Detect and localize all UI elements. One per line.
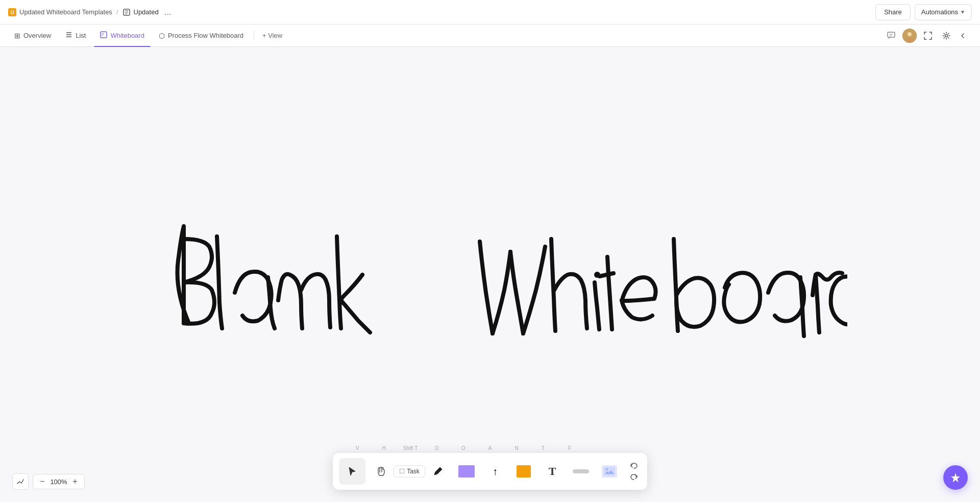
pen-icon xyxy=(432,466,444,477)
automations-button[interactable]: Automations ▼ xyxy=(915,4,972,20)
shape-tool-button[interactable] xyxy=(453,458,480,485)
svg-rect-12 xyxy=(888,32,895,37)
process-flow-icon: ⬡ xyxy=(159,32,165,40)
whiteboard-canvas[interactable] xyxy=(0,47,980,502)
header: U Updated Whiteboard Templates / Updated… xyxy=(0,0,980,25)
svg-point-17 xyxy=(906,38,913,42)
share-button[interactable]: Share xyxy=(875,4,911,20)
media-icon xyxy=(602,465,617,477)
line-tool-button[interactable] xyxy=(568,458,594,485)
task-pill: ☐ Task xyxy=(394,465,425,477)
list-icon xyxy=(65,31,72,40)
zoom-in-button[interactable]: + xyxy=(70,476,80,487)
fab-button[interactable] xyxy=(943,465,968,490)
arrow-tool-button[interactable]: ↑ xyxy=(482,458,508,485)
tab-bar: ⊞ Overview List Whiteboard ⬡ Process Flo… xyxy=(0,25,980,47)
view-icon xyxy=(122,8,131,16)
tab-whiteboard[interactable]: Whiteboard xyxy=(94,25,150,47)
header-actions: Share Automations ▼ xyxy=(875,4,972,20)
cursor-tool-button[interactable] xyxy=(339,458,365,485)
breadcrumb-project-name[interactable]: Updated Whiteboard Templates xyxy=(19,8,112,16)
hand-icon xyxy=(376,466,386,476)
svg-point-16 xyxy=(908,32,912,36)
tab-divider xyxy=(254,31,254,41)
breadcrumb-view-name[interactable]: Updated xyxy=(134,8,159,16)
expand-icon[interactable] xyxy=(958,29,972,43)
sticky-note-icon xyxy=(517,465,531,477)
tab-process-flow-label: Process Flow Whiteboard xyxy=(168,32,243,39)
tab-process-flow[interactable]: ⬡ Process Flow Whiteboard xyxy=(153,25,250,47)
tab-list-label: List xyxy=(76,32,86,39)
zoom-level-display: 100% xyxy=(50,478,68,486)
task-tool-button[interactable]: ☐ Task xyxy=(396,458,423,485)
tab-bar-right xyxy=(884,29,972,43)
tab-whiteboard-label: Whiteboard xyxy=(110,32,144,39)
hand-tool-button[interactable] xyxy=(368,458,394,485)
arrow-icon: ↑ xyxy=(489,465,501,477)
redo-button[interactable] xyxy=(627,472,641,482)
fullscreen-icon[interactable] xyxy=(921,29,935,43)
overview-icon: ⊞ xyxy=(14,32,20,40)
project-icon: U xyxy=(8,8,16,16)
automations-label: Automations xyxy=(921,8,958,16)
svg-point-21 xyxy=(606,468,608,470)
cursor-icon xyxy=(347,466,357,476)
sticky-tool-button[interactable] xyxy=(510,458,537,485)
text-tool-button[interactable]: T xyxy=(539,458,566,485)
tab-overview[interactable]: ⊞ Overview xyxy=(8,25,57,47)
more-options-button[interactable]: ... xyxy=(162,6,174,18)
svg-rect-9 xyxy=(101,32,107,38)
tab-list[interactable]: List xyxy=(59,25,92,47)
handwriting-svg xyxy=(133,134,847,390)
add-view-button[interactable]: + View xyxy=(258,32,286,39)
zoom-controls: − 100% + xyxy=(33,474,85,489)
settings-icon[interactable] xyxy=(939,29,953,43)
task-check-icon: ☐ xyxy=(399,468,405,475)
svg-text:U: U xyxy=(10,10,14,15)
tab-overview-label: Overview xyxy=(23,32,51,39)
whiteboard-icon xyxy=(100,31,107,40)
add-view-label: + View xyxy=(262,32,282,39)
breadcrumb: U Updated Whiteboard Templates / Updated… xyxy=(8,6,174,18)
svg-point-18 xyxy=(945,34,948,37)
task-label: Task xyxy=(407,468,420,475)
undo-button[interactable] xyxy=(627,461,641,471)
bottom-left-controls: − 100% + xyxy=(12,473,85,490)
comment-icon[interactable] xyxy=(884,29,898,43)
automations-chevron-icon: ▼ xyxy=(960,9,965,15)
text-icon: T xyxy=(549,465,556,478)
media-tool-button[interactable] xyxy=(596,458,623,485)
breadcrumb-separator: / xyxy=(116,8,118,16)
svg-rect-20 xyxy=(604,467,615,476)
pen-tool-button[interactable] xyxy=(425,458,451,485)
user-avatar xyxy=(902,29,917,43)
bottom-toolbar: ☐ Task ↑ T xyxy=(333,453,647,490)
zoom-out-button[interactable]: − xyxy=(37,476,47,487)
map-toggle-button[interactable] xyxy=(12,473,29,490)
line-icon xyxy=(573,469,589,473)
rectangle-shape-icon xyxy=(458,465,475,477)
undo-redo-group xyxy=(627,461,641,482)
